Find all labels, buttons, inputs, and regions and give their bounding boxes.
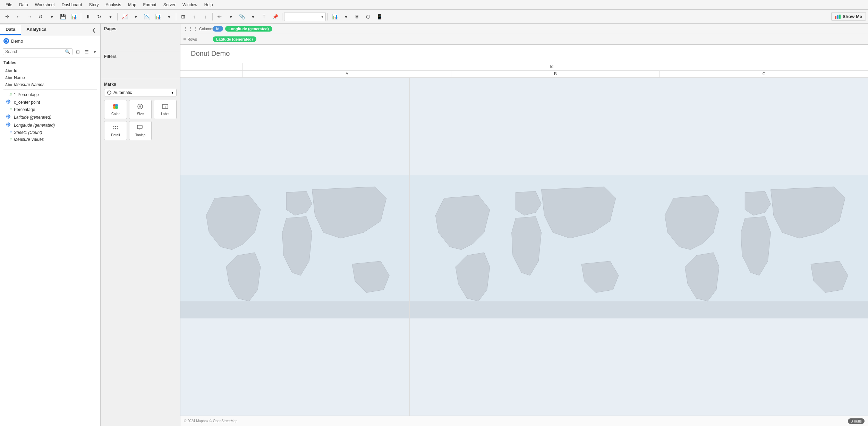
col-header-a: A (243, 70, 451, 77)
chart-area: Donut Demo Id A B C (180, 45, 868, 426)
marks-type-dropdown[interactable]: Automatic ▾ (104, 89, 177, 96)
marks-size-btn[interactable]: Size (129, 100, 152, 119)
menu-server[interactable]: Server (161, 2, 178, 8)
toolbar-chart2-btn[interactable]: 📉 (142, 12, 152, 22)
field-sheet1[interactable]: # Sheet1 (Count) (3, 129, 97, 136)
toolbar-bars-btn[interactable]: 📊 (330, 12, 340, 22)
field-lon[interactable]: Longitude (generated) (3, 121, 97, 129)
svg-point-19 (115, 126, 116, 127)
filter-btn[interactable]: ⊟ (75, 49, 81, 55)
color-dots-icon (112, 103, 119, 111)
marks-detail-btn[interactable]: Detail (104, 121, 127, 140)
panel-collapse-btn[interactable]: ❮ (90, 26, 98, 34)
nulls-badge[interactable]: 3 nulls (848, 418, 865, 424)
field-name-mv: Measure Values (14, 137, 44, 142)
field-lat[interactable]: Latitude (generated) (3, 113, 97, 121)
show-me-button[interactable]: Show Me (831, 12, 866, 21)
field-1pct[interactable]: # 1-Percentage (3, 91, 97, 98)
id-header-spacer (180, 63, 243, 70)
separator-3 (176, 13, 176, 20)
show-me-icon (835, 15, 841, 19)
columns-text: Columns (199, 27, 214, 31)
toolbar-pin-btn[interactable]: 📌 (270, 12, 280, 22)
marks-section: Marks Automatic ▾ (101, 79, 180, 426)
toolbar-share-btn[interactable]: ⬡ (363, 12, 373, 22)
toolbar-clip-dropdown[interactable]: ▾ (248, 12, 258, 22)
toolbar-pointer-btn[interactable]: ✛ (2, 12, 12, 22)
toolbar-forward-btn[interactable]: → (24, 12, 35, 22)
map-svg-c (639, 78, 868, 416)
marks-color-btn[interactable]: Color (104, 100, 127, 119)
toolbar-chart1-btn[interactable]: 📈 (119, 12, 130, 22)
menu-worksheet[interactable]: Worksheet (32, 2, 58, 8)
toolbar-pen-btn[interactable]: ✏ (214, 12, 225, 22)
svg-text:T: T (164, 105, 166, 109)
menu-help[interactable]: Help (202, 2, 216, 8)
toolbar-new-ds-btn[interactable]: 📊 (69, 12, 79, 22)
menu-dashboard[interactable]: Dashboard (59, 2, 85, 8)
toolbar-present-btn[interactable]: 🖥 (352, 12, 362, 22)
field-pct[interactable]: # Percentage (3, 106, 97, 113)
field-id[interactable]: Abc Id (3, 67, 97, 74)
middle-panel: Pages Filters Marks Automatic ▾ (101, 24, 180, 426)
separator-6 (327, 13, 328, 20)
toolbar-chart3-dropdown[interactable]: ▾ (164, 12, 174, 22)
marks-label: Marks (104, 82, 177, 87)
toolbar-device-btn[interactable]: 📱 (374, 12, 384, 22)
marks-tooltip-btn[interactable]: Tooltip (129, 121, 152, 140)
rows-label: ≡ Rows (180, 36, 212, 42)
toolbar-pen-dropdown[interactable]: ▾ (225, 12, 236, 22)
panel-tabs: Data Analytics ❮ (0, 24, 100, 36)
menu-story[interactable]: Story (86, 2, 102, 8)
field-mv[interactable]: # Measure Values (3, 136, 97, 143)
toolbar-bars-dropdown[interactable]: ▾ (341, 12, 351, 22)
menu-data[interactable]: Data (16, 2, 31, 8)
search-input[interactable] (5, 49, 65, 54)
toolbar-text-btn[interactable]: T (259, 12, 269, 22)
field-center[interactable]: c_center point (3, 98, 97, 106)
id-header-row: Id (180, 63, 868, 71)
toolbar-clip-btn[interactable]: 📎 (237, 12, 247, 22)
field-measure-names[interactable]: Abc Measure Names (3, 81, 97, 88)
toolbar-refresh-btn[interactable]: ↻ (94, 12, 104, 22)
map-svg-b (410, 78, 639, 416)
menu-format[interactable]: Format (141, 2, 159, 8)
rows-pill-lat[interactable]: Latitude (generated) (213, 36, 256, 42)
menu-analysis[interactable]: Analysis (103, 2, 124, 8)
toolbar-pause-btn[interactable]: ⏸ (83, 12, 93, 22)
toolbar-save-btn[interactable]: 💾 (58, 12, 68, 22)
search-area: 🔍 ⊟ ☰ ▾ (0, 46, 100, 58)
view-toggle-btn[interactable]: ☰ (83, 49, 90, 55)
toolbar-undo-dropdown[interactable]: ▾ (46, 12, 57, 22)
chart-footer: © 2024 Mapbox © OpenStreetMap 3 nulls (180, 416, 868, 426)
field-name[interactable]: Abc Name (3, 74, 97, 81)
toolbar-chart1-dropdown[interactable]: ▾ (130, 12, 141, 22)
rows-shelf: ≡ Rows Latitude (generated) (180, 34, 868, 44)
toolbar-chart3-btn[interactable]: 📊 (153, 12, 163, 22)
menu-map[interactable]: Map (125, 2, 139, 8)
marks-label-btn[interactable]: T Label (154, 100, 177, 119)
toolbar-sort-asc-btn[interactable]: ↑ (189, 12, 199, 22)
columns-pill-id[interactable]: Id (213, 26, 223, 32)
toolbar-group-btn[interactable]: ⊞ (178, 12, 188, 22)
toolbar-sheet-dropdown[interactable]: ▾ (284, 12, 326, 21)
separator-5 (282, 13, 282, 20)
color-btn-label: Color (111, 112, 120, 116)
data-source: Demo (0, 36, 100, 46)
toolbar-undo-btn[interactable]: ↺ (35, 12, 46, 22)
tab-data[interactable]: Data (0, 25, 21, 35)
view-dropdown-btn[interactable]: ▾ (92, 49, 97, 55)
menu-file[interactable]: File (3, 2, 15, 8)
field-type-abc-mn: Abc (5, 83, 12, 87)
tab-analytics[interactable]: Analytics (21, 25, 52, 35)
columns-label: ⋮⋮⋮ Columns (180, 26, 212, 32)
field-type-geo-center (5, 99, 12, 105)
map-cell-c (639, 78, 868, 416)
menu-window[interactable]: Window (180, 2, 200, 8)
toolbar-refresh-dropdown[interactable]: ▾ (105, 12, 116, 22)
toolbar-back-btn[interactable]: ← (13, 12, 24, 22)
toolbar-sort-desc-btn[interactable]: ↓ (200, 12, 211, 22)
toolbar: ✛ ← → ↺ ▾ 💾 📊 ⏸ ↻ ▾ 📈 ▾ 📉 📊 ▾ ⊞ ↑ ↓ ✏ ▾ … (0, 10, 868, 24)
columns-pill-lon[interactable]: Longitude (generated) (225, 26, 272, 32)
col-header-c: C (660, 70, 868, 77)
